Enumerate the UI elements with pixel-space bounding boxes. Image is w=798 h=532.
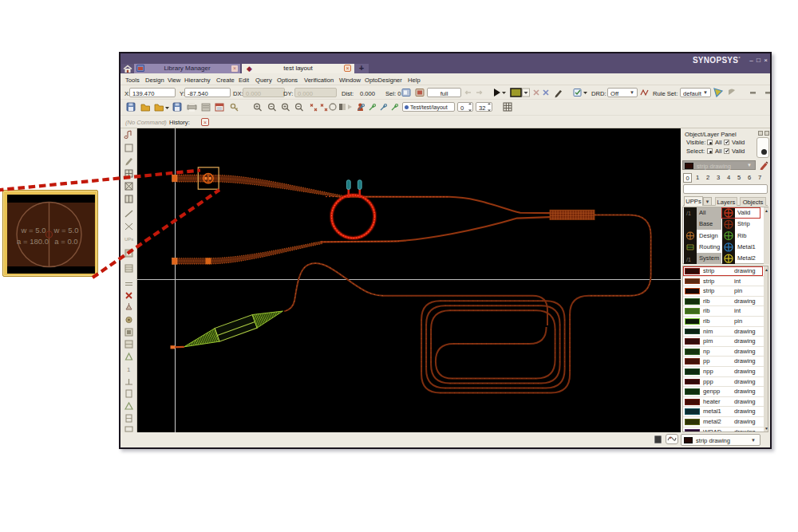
svg-text:UPs: UPs xyxy=(124,237,133,242)
svg-text:a = 180.0: a = 180.0 xyxy=(17,237,49,246)
svg-text:1: 1 xyxy=(127,366,131,373)
svg-text:w = 5.0: w = 5.0 xyxy=(21,226,46,234)
svg-text:a = 0.0: a = 0.0 xyxy=(54,237,77,246)
svg-text:/1: /1 xyxy=(686,211,691,216)
svg-text:/1: /1 xyxy=(686,257,691,262)
svg-text:w = 5.0: w = 5.0 xyxy=(53,226,79,234)
